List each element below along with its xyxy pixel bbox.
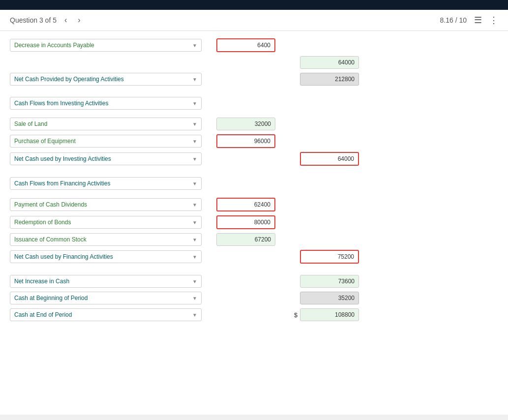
row-subtotal-64000 xyxy=(10,56,498,69)
more-options-button[interactable]: ⋮ xyxy=(489,15,498,26)
chevron-down-icon: ▼ xyxy=(192,121,197,127)
input-net-cash-financing[interactable] xyxy=(300,250,359,264)
chevron-down-icon: ▼ xyxy=(192,220,197,225)
input-redemption-bonds[interactable] xyxy=(216,215,275,229)
header: Question 3 of 5 ‹ › 8.16 / 10 ☰ ⋮ xyxy=(0,10,508,31)
chevron-down-icon: ▼ xyxy=(192,139,197,144)
row-cash-beginning: Cash at Beginning of Period ▼ xyxy=(10,292,498,304)
input-decrease-accounts-payable[interactable] xyxy=(216,38,275,52)
dropdown-net-cash-operating[interactable]: Net Cash Provided by Operating Activitie… xyxy=(10,73,202,86)
chevron-down-icon: ▼ xyxy=(192,181,197,186)
chevron-down-icon: ▼ xyxy=(192,202,197,208)
nav-prev-button[interactable]: ‹ xyxy=(61,15,70,26)
row-payment-dividends: Payment of Cash Dividends ▼ xyxy=(10,198,498,211)
row-net-increase-cash: Net Increase in Cash ▼ xyxy=(10,275,498,288)
dollar-sign: $ xyxy=(294,311,298,319)
dropdown-net-increase-cash[interactable]: Net Increase in Cash ▼ xyxy=(10,275,202,288)
input-net-increase-cash[interactable] xyxy=(300,275,359,288)
row-financing-header: Cash Flows from Financing Activities ▼ xyxy=(10,177,498,190)
dropdown-cash-beginning[interactable]: Cash at Beginning of Period ▼ xyxy=(10,292,202,304)
row-issuance-common-stock: Issuance of Common Stock ▼ xyxy=(10,233,498,246)
dropdown-redemption-bonds[interactable]: Redemption of Bonds ▼ xyxy=(10,216,202,229)
question-label: Question 3 of 5 xyxy=(10,16,57,24)
nav-next-button[interactable]: › xyxy=(75,15,83,26)
input-purchase-equipment[interactable] xyxy=(216,134,275,148)
row-redemption-bonds: Redemption of Bonds ▼ xyxy=(10,215,498,229)
input-cash-end[interactable] xyxy=(300,308,359,321)
dropdown-issuance-common-stock[interactable]: Issuance of Common Stock ▼ xyxy=(10,233,202,246)
chevron-down-icon: ▼ xyxy=(192,77,197,82)
input-cash-beginning[interactable] xyxy=(300,292,359,304)
dropdown-financing-header[interactable]: Cash Flows from Financing Activities ▼ xyxy=(10,177,202,190)
chevron-down-icon: ▼ xyxy=(192,43,197,48)
input-payment-dividends[interactable] xyxy=(216,198,275,211)
input-net-cash-operating[interactable] xyxy=(300,73,359,86)
chevron-down-icon: ▼ xyxy=(192,296,197,301)
input-net-cash-investing[interactable] xyxy=(300,152,359,166)
chevron-down-icon: ▼ xyxy=(192,156,197,162)
main-content: Decrease in Accounts Payable ▼ Net Cash … xyxy=(0,31,508,415)
row-purchase-equipment: Purchase of Equipment ▼ xyxy=(10,134,498,148)
top-bar xyxy=(0,0,508,10)
input-sale-of-land[interactable] xyxy=(216,118,275,130)
chevron-down-icon: ▼ xyxy=(192,312,197,318)
chevron-down-icon: ▼ xyxy=(192,237,197,242)
dropdown-decrease-accounts-payable[interactable]: Decrease in Accounts Payable ▼ xyxy=(10,39,202,52)
row-net-cash-financing: Net Cash used by Financing Activities ▼ xyxy=(10,250,498,264)
dropdown-net-cash-financing[interactable]: Net Cash used by Financing Activities ▼ xyxy=(10,250,202,263)
dropdown-payment-dividends[interactable]: Payment of Cash Dividends ▼ xyxy=(10,198,202,211)
score-display: 8.16 / 10 xyxy=(440,16,467,24)
chevron-down-icon: ▼ xyxy=(192,279,197,284)
row-decrease-accounts-payable: Decrease in Accounts Payable ▼ xyxy=(10,38,498,52)
input-subtotal-64000[interactable] xyxy=(300,56,359,69)
row-cash-end: Cash at End of Period ▼ $ xyxy=(10,308,498,321)
dropdown-cash-end[interactable]: Cash at End of Period ▼ xyxy=(10,308,202,321)
row-sale-of-land: Sale of Land ▼ xyxy=(10,118,498,130)
row-net-cash-operating: Net Cash Provided by Operating Activitie… xyxy=(10,73,498,86)
dropdown-net-cash-investing[interactable]: Net Cash used by Investing Activities ▼ xyxy=(10,152,202,165)
chevron-down-icon: ▼ xyxy=(192,254,197,260)
row-investing-header: Cash Flows from Investing Activities ▼ xyxy=(10,97,498,110)
list-icon-button[interactable]: ☰ xyxy=(474,15,482,26)
input-issuance-common-stock[interactable] xyxy=(216,233,275,246)
dropdown-sale-of-land[interactable]: Sale of Land ▼ xyxy=(10,118,202,130)
dropdown-purchase-equipment[interactable]: Purchase of Equipment ▼ xyxy=(10,135,202,148)
dropdown-investing-header[interactable]: Cash Flows from Investing Activities ▼ xyxy=(10,97,202,110)
chevron-down-icon: ▼ xyxy=(192,101,197,106)
row-net-cash-investing: Net Cash used by Investing Activities ▼ xyxy=(10,152,498,166)
